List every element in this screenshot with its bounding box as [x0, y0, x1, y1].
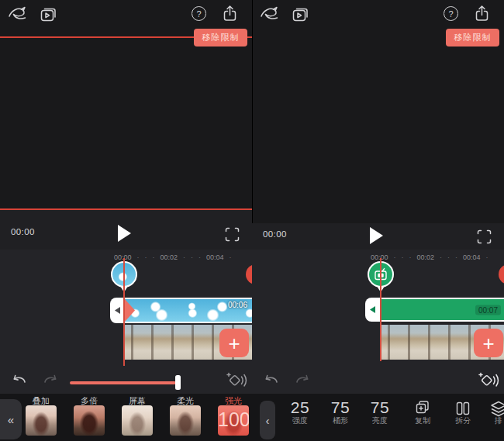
- playback-controls: 00:00: [252, 223, 504, 250]
- current-time: 00:00: [11, 227, 35, 236]
- collapse-panel-button[interactable]: «: [0, 399, 22, 439]
- help-glyph: ?: [448, 9, 453, 19]
- blend-strength-value: 100: [218, 408, 249, 431]
- add-clip-button[interactable]: +: [219, 329, 249, 357]
- help-glyph: ?: [196, 9, 201, 19]
- redo-icon[interactable]: [294, 373, 312, 387]
- canvas-selection-border-bottom: [0, 208, 252, 210]
- tool-value: 25: [281, 398, 319, 417]
- blend-option-softlight[interactable]: [170, 405, 201, 436]
- blend-option-overlay[interactable]: [26, 405, 57, 436]
- help-icon[interactable]: ?: [192, 6, 206, 21]
- tool-label: 强度: [281, 415, 319, 426]
- tool-value: 75: [361, 398, 399, 417]
- panel-effect-editor: ? 移除限制 00:00: [252, 0, 504, 441]
- share-icon[interactable]: [222, 5, 238, 22]
- clip-trim-handle-left[interactable]: [115, 307, 120, 314]
- strength-slider-track[interactable]: [70, 381, 176, 384]
- blend-option-hardlight-selected[interactable]: 100: [218, 405, 249, 436]
- fullscreen-icon[interactable]: [225, 227, 240, 242]
- strength-slider-handle[interactable]: [175, 375, 181, 390]
- playhead[interactable]: [380, 258, 381, 361]
- playhead[interactable]: [123, 258, 125, 366]
- tool-label: 拆分: [444, 415, 482, 426]
- remove-limit-button[interactable]: 移除限制: [194, 29, 247, 47]
- undo-icon[interactable]: [262, 373, 280, 387]
- tool-label: 复制: [404, 415, 441, 426]
- fullscreen-icon[interactable]: [477, 229, 492, 244]
- ruler-tick: 00:02: [417, 253, 435, 261]
- remove-limit-button[interactable]: 移除限制: [446, 29, 499, 47]
- tool-intensity[interactable]: 25: [281, 398, 319, 417]
- play-button[interactable]: [118, 225, 131, 242]
- blend-option-screen[interactable]: [122, 405, 153, 436]
- top-bar: ?: [252, 0, 504, 28]
- tool-label: 桶形: [322, 415, 359, 426]
- share-icon[interactable]: [474, 5, 490, 22]
- play-button[interactable]: [370, 227, 383, 244]
- ruler-tick: 00:04: [206, 253, 224, 261]
- tool-brightness[interactable]: 75: [361, 398, 399, 417]
- logo-icon[interactable]: [7, 5, 28, 24]
- clip-trim-handle-left[interactable]: [370, 306, 375, 313]
- current-time: 00:00: [263, 229, 287, 239]
- playback-controls: 00:00: [0, 210, 252, 250]
- effect-clip[interactable]: 00:07: [365, 298, 504, 322]
- timeline-ruler: 00:00 · · · 00:02 · · · 00:04 ·: [114, 253, 232, 261]
- clip-duration: 00:07: [475, 305, 501, 315]
- ruler-tick: 00:04: [463, 253, 481, 261]
- add-keyframe-icon[interactable]: [478, 371, 500, 389]
- overlay-clip-filmstrip: 00:06: [125, 299, 252, 322]
- add-clip-button[interactable]: +: [474, 329, 503, 357]
- help-icon[interactable]: ?: [444, 6, 458, 21]
- tool-value: 75: [322, 398, 359, 417]
- blend-option-multiply[interactable]: [74, 405, 105, 436]
- dual-screenshot-stage: ? 移除限制 00:00: [0, 0, 504, 441]
- effect-clip-bar: 00:07: [381, 299, 504, 320]
- ruler-tick: 00:02: [161, 253, 178, 261]
- top-bar: ?: [0, 0, 252, 28]
- timeline-ruler: 00:00 · · · 00:02 · · · 00:04 ·: [371, 253, 488, 261]
- preview-icon[interactable]: [40, 6, 57, 22]
- undo-icon[interactable]: [10, 373, 28, 387]
- logo-icon[interactable]: [259, 5, 280, 24]
- clip-in-marker: [125, 299, 135, 322]
- tool-label: 亮度: [361, 415, 399, 426]
- preview-icon[interactable]: [292, 6, 309, 22]
- keyframe-icon[interactable]: [226, 371, 248, 389]
- tool-barrel[interactable]: 75: [322, 398, 359, 417]
- tool-label: 排: [480, 415, 504, 426]
- clip-duration: 00:06: [228, 301, 247, 309]
- collapse-panel-button[interactable]: ‹: [260, 401, 275, 439]
- redo-icon[interactable]: [42, 373, 60, 387]
- panel-blend-editor: ? 移除限制 00:00: [0, 0, 252, 441]
- overlay-clip[interactable]: 00:06: [110, 298, 252, 323]
